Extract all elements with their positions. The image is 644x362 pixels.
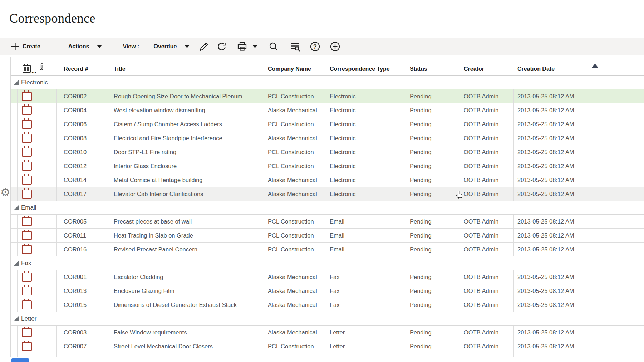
title-cell[interactable]: False Window requirements — [110, 326, 264, 339]
calendar-icon[interactable] — [22, 148, 32, 157]
row-calendar-cell[interactable] — [18, 229, 36, 242]
table-row[interactable]: COR008 Electrical and Fire Standpipe Int… — [11, 131, 644, 145]
row-calendar-cell[interactable] — [18, 339, 36, 353]
title-cell[interactable]: Electrical and Fire Standpipe Interferen… — [110, 131, 264, 145]
title-cell[interactable]: Heat Tracing in Slab on Grade — [110, 229, 264, 242]
row-calendar-cell[interactable] — [18, 215, 36, 228]
row-calendar-cell[interactable] — [18, 103, 36, 117]
record-number-cell[interactable]: COR013 — [57, 284, 110, 298]
calendar-column-icon[interactable] — [23, 65, 31, 73]
col-header-status[interactable]: Status — [406, 65, 460, 75]
table-row[interactable]: COR014 Metal Cornice at Heritage buildin… — [11, 173, 644, 187]
calendar-icon[interactable] — [22, 328, 32, 337]
record-number-cell[interactable]: COR010 — [57, 145, 110, 159]
title-cell[interactable]: Escalator Cladding — [110, 270, 264, 284]
table-row[interactable]: COR012 Interior Glass Enclosure PCL Cons… — [11, 159, 644, 173]
col-header-company[interactable]: Company Name — [264, 65, 326, 75]
record-number-cell[interactable]: COR006 — [57, 117, 110, 131]
table-row[interactable]: COR003 False Window requirements Alaska … — [11, 326, 644, 339]
row-calendar-cell[interactable] — [18, 298, 36, 312]
table-row[interactable]: COR004 West elevation window dismantling… — [11, 103, 644, 117]
calendar-icon[interactable] — [22, 287, 32, 295]
settings-gear-icon[interactable]: ⚙ — [0, 187, 10, 198]
group-collapse-icon[interactable] — [14, 205, 19, 210]
help-icon[interactable]: ? — [310, 41, 320, 52]
table-row[interactable]: COR011 Heat Tracing in Slab on Grade PCL… — [11, 229, 644, 243]
record-number-cell[interactable]: COR002 — [57, 89, 110, 103]
create-button[interactable]: Create — [11, 42, 40, 51]
calendar-icon[interactable] — [22, 217, 32, 226]
calendar-icon[interactable] — [22, 300, 32, 309]
table-row[interactable]: COR017 Elevator Cab Interior Clarificati… — [11, 187, 644, 201]
table-row[interactable]: COR016 Revised Precast Panel Concern PCL… — [11, 243, 644, 256]
calendar-icon[interactable] — [22, 120, 32, 129]
title-cell[interactable]: Revised Precast Panel Concern — [110, 243, 264, 256]
col-header-creator[interactable]: Creator — [460, 65, 514, 75]
add-circle-icon[interactable] — [330, 41, 340, 52]
calendar-icon[interactable] — [22, 245, 32, 254]
calendar-icon[interactable] — [22, 231, 32, 240]
title-cell[interactable]: Door STP-L1 Fire rating — [110, 145, 264, 159]
record-number-cell[interactable]: COR017 — [57, 187, 110, 201]
col-header-creation-date[interactable]: Creation Date — [514, 65, 603, 75]
title-cell[interactable]: Interior Glass Enclosure — [110, 159, 264, 173]
view-selector[interactable]: Overdue — [153, 43, 190, 50]
title-cell[interactable]: West elevation window dismantling — [110, 103, 264, 117]
row-calendar-cell[interactable] — [18, 131, 36, 145]
title-cell[interactable]: Dimensions of Diesel Generator Exhaust S… — [110, 298, 264, 312]
col-header-type[interactable]: Correspondence Type — [326, 65, 406, 75]
group-collapse-icon[interactable] — [14, 261, 19, 266]
table-row[interactable]: COR013 Enclosure Glazing Film Alaska Mec… — [11, 284, 644, 298]
record-number-cell[interactable]: COR008 — [57, 131, 110, 145]
edit-pencil-icon[interactable] — [198, 41, 209, 52]
more-columns-ellipsis[interactable]: ... — [31, 69, 36, 73]
search-icon[interactable] — [268, 41, 279, 52]
row-calendar-cell[interactable] — [18, 117, 36, 131]
sort-ascending-icon[interactable] — [592, 64, 598, 68]
row-calendar-cell[interactable] — [18, 243, 36, 256]
col-header-title[interactable]: Title — [110, 65, 264, 75]
record-number-cell[interactable]: COR016 — [57, 243, 110, 256]
print-icon[interactable] — [237, 41, 247, 52]
print-options-chevron-icon[interactable] — [252, 45, 257, 48]
row-calendar-cell[interactable] — [18, 173, 36, 187]
actions-menu-button[interactable]: Actions — [68, 43, 102, 50]
record-number-cell[interactable]: COR007 — [57, 339, 110, 353]
table-row[interactable]: COR007 Street Level Mechanical Door Clos… — [11, 339, 644, 353]
group-collapse-icon[interactable] — [14, 80, 19, 85]
table-row[interactable]: COR010 Door STP-L1 Fire rating PCL Const… — [11, 145, 644, 159]
title-cell[interactable]: Elevator Cab Interior Clarifications — [110, 187, 264, 201]
record-number-cell[interactable]: COR015 — [57, 298, 110, 312]
refresh-icon[interactable] — [217, 41, 227, 52]
calendar-icon[interactable] — [22, 273, 32, 282]
title-cell[interactable]: Enclosure Glazing Film — [110, 284, 264, 298]
title-cell[interactable]: Cistern / Sump Chamber Access Ladders — [110, 117, 264, 131]
group-header-row[interactable]: Electronic — [11, 76, 644, 89]
title-cell[interactable]: Metal Cornice at Heritage building — [110, 173, 264, 187]
row-calendar-cell[interactable] — [18, 270, 36, 284]
record-number-cell[interactable]: COR012 — [57, 159, 110, 173]
row-calendar-cell[interactable] — [18, 187, 36, 201]
record-number-cell[interactable]: COR001 — [57, 270, 110, 284]
bottom-blue-button[interactable] — [11, 358, 29, 362]
calendar-icon[interactable] — [22, 190, 32, 199]
paperclip-icon[interactable] — [38, 63, 45, 73]
table-row[interactable]: COR001 Escalator Cladding Alaska Mechani… — [11, 270, 644, 284]
record-number-cell[interactable]: COR014 — [57, 173, 110, 187]
record-number-cell[interactable]: COR003 — [57, 326, 110, 339]
row-calendar-cell[interactable] — [18, 145, 36, 159]
record-number-cell[interactable]: COR011 — [57, 229, 110, 242]
calendar-icon[interactable] — [22, 134, 32, 143]
title-cell[interactable]: Rough Opening Size Door to Mechanical Pl… — [110, 89, 264, 103]
row-calendar-cell[interactable] — [18, 284, 36, 298]
table-row[interactable]: COR015 Dimensions of Diesel Generator Ex… — [11, 298, 644, 312]
record-number-cell[interactable]: COR004 — [57, 103, 110, 117]
col-header-record[interactable]: Record # — [57, 65, 110, 75]
calendar-icon[interactable] — [22, 92, 32, 101]
group-header-row[interactable]: Fax — [11, 256, 644, 270]
calendar-icon[interactable] — [22, 162, 32, 171]
filter-search-icon[interactable] — [290, 41, 300, 52]
title-cell[interactable]: Street Level Mechanical Door Closers — [110, 339, 264, 353]
title-cell[interactable]: Precast pieces at base of wall — [110, 215, 264, 228]
calendar-icon[interactable] — [22, 176, 32, 185]
